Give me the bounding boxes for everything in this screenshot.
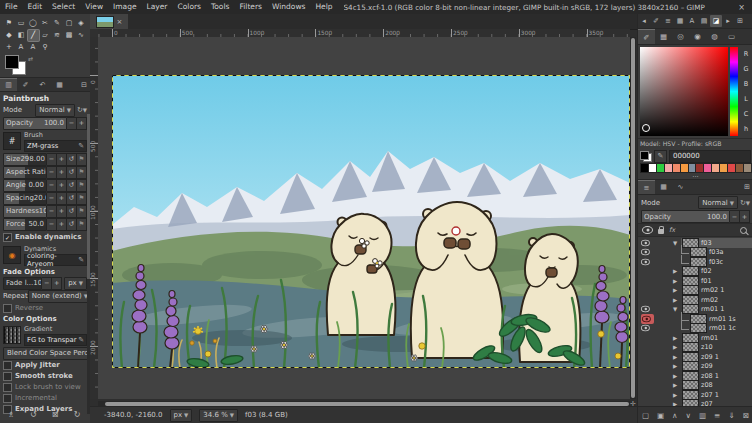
document-history-tab[interactable]: ▤ xyxy=(698,15,710,27)
decrease-button[interactable]: − xyxy=(47,192,57,205)
gradient-name-field[interactable]: FG to Transpar ✎ xyxy=(24,334,87,346)
repeat-dropdown[interactable]: None (extend)▼ xyxy=(28,290,92,303)
search-icon[interactable] xyxy=(740,227,747,234)
layer-opacity-slider[interactable]: Opacity 100.0 xyxy=(641,210,730,223)
lock-brush-to-view-checkbox[interactable] xyxy=(3,383,12,392)
delete-layer-icon[interactable]: ⊠ xyxy=(743,411,749,420)
fade-decrease-button[interactable]: − xyxy=(42,277,52,290)
opacity-increase-button[interactable]: + xyxy=(77,117,87,130)
bucket-fill-icon[interactable]: ◆ xyxy=(4,30,15,41)
link-button[interactable]: ⚑ xyxy=(77,166,87,179)
angle-slider[interactable]: Angle0.00 xyxy=(3,179,47,192)
layer-thumbnail[interactable] xyxy=(690,314,707,324)
expander-icon[interactable]: ▼ xyxy=(673,240,681,246)
increase-button[interactable]: + xyxy=(57,218,67,231)
layer-visibility-toggle[interactable] xyxy=(641,248,653,256)
layer-thumbnail[interactable] xyxy=(682,333,699,343)
save-tool-preset-icon[interactable]: ♗ xyxy=(8,410,15,419)
layer-row-rm02[interactable]: ▶rm02 xyxy=(638,295,752,305)
paintbrush-tool-icon[interactable]: ╱ xyxy=(28,30,39,41)
restore-tool-preset-icon[interactable]: ↺ xyxy=(30,410,37,419)
tool-options-tab[interactable]: ▥ xyxy=(0,78,17,91)
color-swatch-tab[interactable]: ▭ xyxy=(723,29,740,44)
decrease-button[interactable]: − xyxy=(47,179,57,192)
edit-gradient-icon[interactable]: ✎ xyxy=(78,336,84,344)
new-layer-icon[interactable]: ▢ xyxy=(642,411,649,420)
layer-row-z09[interactable]: ▶z09 xyxy=(638,362,752,372)
enable-dynamics-checkbox[interactable]: ✓ xyxy=(3,233,12,242)
eraser-tool-icon[interactable]: ▱ xyxy=(40,30,51,41)
layer-row-z10[interactable]: ▶z10 xyxy=(638,343,752,353)
layer-thumbnail[interactable] xyxy=(682,371,699,381)
channel-button-B[interactable]: B xyxy=(740,77,752,92)
menu-select[interactable]: Select xyxy=(47,0,80,14)
device-status-tab[interactable]: ✐ xyxy=(17,78,34,91)
paint-mode-dropdown[interactable]: Normal▼ xyxy=(35,104,75,117)
airbrush-tool-icon[interactable]: ≋ xyxy=(52,30,63,41)
spacing-slider[interactable]: Spacing20.0 xyxy=(3,192,47,205)
layer-visibility-toggle[interactable] xyxy=(641,324,653,332)
color-brush-tab[interactable]: ✐ xyxy=(638,29,655,44)
layer-thumbnail[interactable] xyxy=(682,352,699,362)
size-slider[interactable]: Size298.00 xyxy=(3,153,47,166)
layer-visibility-toggle[interactable] xyxy=(641,305,653,313)
edit-brush-icon[interactable]: ✎ xyxy=(78,142,84,150)
hex-color-field[interactable]: 000000 xyxy=(669,150,751,163)
images-tab[interactable]: ▦ xyxy=(51,78,68,91)
opacity-slider[interactable]: Opacity 100.0 xyxy=(3,117,67,130)
layer-thumbnail[interactable] xyxy=(682,380,699,390)
checkbox-row-lock-brush-to-view[interactable]: Lock brush to view xyxy=(3,382,87,392)
reset-button[interactable]: ↺ xyxy=(67,205,77,218)
reset-button[interactable]: ↺ xyxy=(67,153,77,166)
edit-color-icon[interactable]: ✎ xyxy=(654,150,667,163)
expander-icon[interactable]: ▶ xyxy=(673,373,681,379)
foreground-color-swatch[interactable] xyxy=(5,55,19,69)
free-select-icon[interactable]: ◯ xyxy=(28,18,39,29)
color-drop-tab[interactable]: ◍ xyxy=(706,29,723,44)
transform-tool-icon[interactable]: ◈ xyxy=(76,18,87,29)
checkbox-row-apply-jitter[interactable]: Apply Jitter xyxy=(3,360,87,370)
hardness-slider[interactable]: Hardness100.0 xyxy=(3,205,47,218)
color-ring-tab[interactable]: ◉ xyxy=(689,29,706,44)
canvas-viewport[interactable] xyxy=(98,37,630,399)
layers-tab[interactable]: ≡ xyxy=(638,180,655,194)
brush-thumbnail[interactable]: # xyxy=(3,132,21,150)
saturation-value-square[interactable] xyxy=(640,47,728,136)
dynamics-name-field[interactable]: coloring-Aryeom ✎ xyxy=(24,254,87,266)
reverse-checkbox[interactable] xyxy=(3,304,12,313)
configure-tab[interactable]: ⊟ xyxy=(78,78,90,91)
legacy-modes-icon[interactable]: ↻▼ xyxy=(740,199,750,207)
expander-icon[interactable]: ▶ xyxy=(673,297,681,303)
undo-history-tab[interactable]: ↶ xyxy=(34,78,51,91)
layer-thumbnail[interactable] xyxy=(690,257,707,267)
layer-thumbnail[interactable] xyxy=(690,323,707,333)
legacy-modes-icon[interactable]: ↻▼ xyxy=(77,106,87,114)
new-group-icon[interactable]: ▣ xyxy=(657,411,664,420)
layer-thumbnail[interactable] xyxy=(682,285,699,295)
expander-icon[interactable]: ▶ xyxy=(673,382,681,388)
layer-row-z08-1[interactable]: ▶z08 1 xyxy=(638,371,752,381)
layers-stack-tab[interactable]: ≡ xyxy=(662,15,674,27)
layer-row-f02[interactable]: ▶f02 xyxy=(638,267,752,277)
aspect-ratio-slider[interactable]: Aspect Ratio0.00 xyxy=(3,166,47,179)
anchor-layer-icon[interactable]: ⇓ xyxy=(728,411,734,420)
menu-colors[interactable]: Colors xyxy=(172,0,206,14)
vertical-scrollbar[interactable] xyxy=(630,37,636,399)
layer-mode-dropdown[interactable]: Normal▼ xyxy=(698,196,738,209)
layer-thumbnail[interactable] xyxy=(690,247,707,257)
color-grid-tab[interactable]: ▦ xyxy=(655,29,672,44)
menu-layer[interactable]: Layer xyxy=(142,0,173,14)
raise-layer-icon[interactable]: ∧ xyxy=(672,411,678,420)
merge-down-icon[interactable]: ≡ xyxy=(714,411,720,420)
menu-image[interactable]: Image xyxy=(108,0,142,14)
layer-thumbnail[interactable] xyxy=(682,342,699,352)
paths-tab[interactable]: ∿ xyxy=(672,180,689,194)
reset-button[interactable]: ↺ xyxy=(67,166,77,179)
channel-button-h[interactable]: h xyxy=(740,121,752,136)
apply-jitter-checkbox[interactable] xyxy=(3,361,12,370)
reset-button[interactable]: ↺ xyxy=(67,179,77,192)
fade-increase-button[interactable]: + xyxy=(52,277,62,290)
decrease-button[interactable]: − xyxy=(47,205,57,218)
paths-tool-icon[interactable]: ✎ xyxy=(52,18,63,29)
expander-icon[interactable]: ▶ xyxy=(673,268,681,274)
